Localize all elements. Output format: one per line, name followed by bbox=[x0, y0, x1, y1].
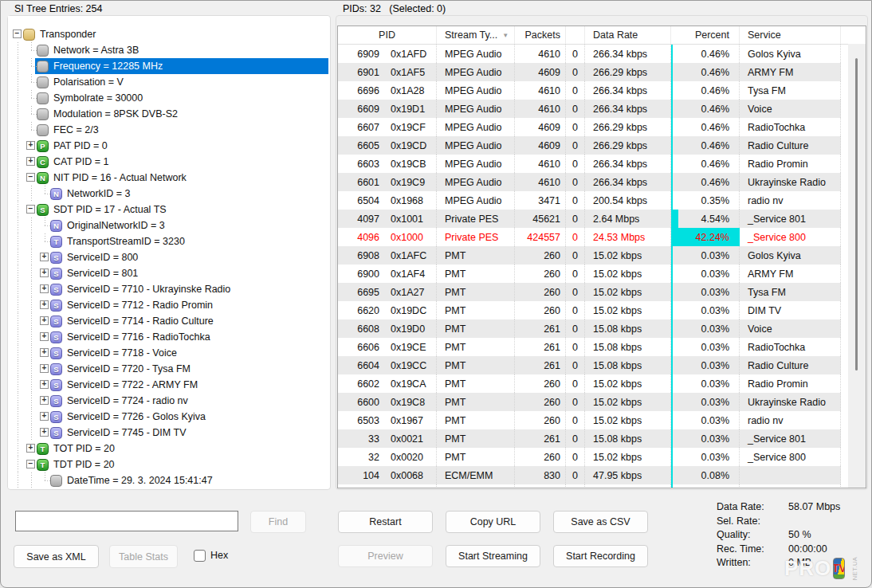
tree-item-body[interactable]: SServiceID = 7714 - Radio Culture bbox=[49, 313, 217, 329]
expand-icon[interactable]: + bbox=[40, 428, 49, 437]
table-row[interactable]: 66020x19CAPMT260015.02 kbps0.03%Radio Pr… bbox=[338, 374, 866, 393]
tree-item-body[interactable]: FEC = 2/3 bbox=[35, 122, 102, 138]
expand-icon[interactable]: + bbox=[40, 253, 49, 261]
collapse-icon[interactable]: − bbox=[26, 173, 35, 182]
tree-item[interactable]: +SServiceID = 7714 - Radio Culture bbox=[8, 313, 328, 329]
tree-item[interactable]: +SServiceID = 801 bbox=[8, 265, 328, 281]
table-row[interactable]: 66200x19DCPMT260015.02 kbps0.03%DIM TV bbox=[338, 301, 866, 319]
expand-icon[interactable]: + bbox=[40, 332, 49, 341]
save-as-xml-button[interactable]: Save as XML bbox=[14, 545, 99, 568]
column-header-percent[interactable]: Percent bbox=[671, 26, 740, 44]
expand-icon[interactable]: + bbox=[40, 300, 49, 309]
preview-button[interactable]: Preview bbox=[338, 545, 433, 567]
tree-item[interactable]: +SServiceID = 7724 - radio nv bbox=[8, 393, 328, 409]
expand-icon[interactable]: + bbox=[26, 444, 35, 453]
tree-item[interactable]: −NNIT PID = 16 - Actual Network bbox=[8, 170, 328, 186]
tree-item[interactable]: Frequency = 12285 MHz bbox=[8, 58, 328, 74]
tree-item-body[interactable]: CCAT PID = 1 bbox=[35, 154, 112, 170]
tree-item-body[interactable]: NOriginalNetworkID = 3 bbox=[49, 218, 168, 233]
expand-icon[interactable]: + bbox=[40, 316, 49, 325]
table-row[interactable]: 69090x1AFDMPEG Audio46100266.34 kbps0.46… bbox=[338, 45, 866, 63]
start-streaming-button[interactable]: Start Streaming bbox=[446, 545, 540, 567]
table-row[interactable]: 65040x1968MPEG Audio34710200.54 kbps0.35… bbox=[338, 191, 866, 210]
column-header-packets[interactable]: Packets bbox=[515, 26, 566, 44]
tree-item-body[interactable]: Frequency = 12285 MHz bbox=[35, 58, 328, 74]
column-header-data-rate[interactable]: Data Rate bbox=[585, 26, 671, 44]
expand-icon[interactable]: + bbox=[40, 284, 49, 293]
expand-icon[interactable]: + bbox=[40, 412, 49, 421]
tree-item[interactable]: +SServiceID = 7722 - ARMY FM bbox=[8, 377, 328, 393]
collapse-icon[interactable]: − bbox=[13, 29, 22, 38]
tree-item[interactable]: Network = Astra 3B bbox=[8, 42, 328, 58]
collapse-icon[interactable]: − bbox=[26, 205, 35, 214]
table-row[interactable]: 320x0020PMT260015.02 kbps0.03%_Service 8… bbox=[338, 448, 866, 466]
table-row[interactable]: 66960x1A28MPEG Audio46100266.34 kbps0.46… bbox=[338, 81, 866, 100]
table-row[interactable]: 66000x19C8PMT260015.02 kbps0.03%Ukrayins… bbox=[338, 393, 866, 411]
tree-item[interactable]: NNetworkID = 3 bbox=[8, 186, 328, 202]
table-stats-button[interactable]: Table Stats bbox=[109, 545, 178, 568]
pid-table-header[interactable]: PID Stream Ty...▼ Packets Data Rate Perc… bbox=[338, 26, 866, 45]
expand-icon[interactable]: + bbox=[40, 269, 49, 277]
collapse-icon[interactable]: − bbox=[26, 460, 35, 468]
expand-icon[interactable]: + bbox=[40, 380, 49, 389]
tree-item[interactable]: Polarisation = V bbox=[8, 74, 328, 90]
tree-item-body[interactable]: SServiceID = 801 bbox=[49, 265, 141, 281]
tree-item-body[interactable]: Network = Astra 3B bbox=[35, 42, 142, 58]
tree-item-body[interactable]: Symbolrate = 30000 bbox=[35, 90, 146, 106]
tree-item-body[interactable]: NNIT PID = 16 - Actual Network bbox=[35, 170, 190, 186]
si-tree[interactable]: −TransponderNetwork = Astra 3BFrequency … bbox=[8, 16, 328, 488]
tree-item-body[interactable]: SServiceID = 7710 - Ukrayinske Radio bbox=[49, 281, 234, 297]
scrollbar-thumb[interactable] bbox=[855, 58, 858, 370]
tree-item[interactable]: +SServiceID = 7710 - Ukrayinske Radio bbox=[8, 281, 328, 297]
tree-item-body[interactable]: SSDT PID = 17 - Actual TS bbox=[35, 202, 170, 218]
tree-item[interactable]: +PPAT PID = 0 bbox=[8, 138, 328, 154]
tree-item[interactable]: Modulation = 8PSK DVB-S2 bbox=[8, 106, 328, 122]
table-row[interactable]: 66060x19CEPMT261015.08 kbps0.03%RadioToc… bbox=[338, 338, 866, 356]
tree-item[interactable]: TTransportStreamID = 3230 bbox=[8, 233, 328, 249]
hex-checkbox[interactable] bbox=[194, 550, 206, 562]
table-row[interactable]: 40970x1001Private PES4562102.64 Mbps4.54… bbox=[338, 210, 866, 228]
tree-item[interactable]: Symbolrate = 30000 bbox=[8, 90, 328, 106]
column-header-zero[interactable] bbox=[566, 26, 585, 44]
table-row[interactable]: 1040x0068ECM/EMM830047.95 kbps0.08% bbox=[338, 466, 866, 484]
pid-table[interactable]: PID Stream Ty...▼ Packets Data Rate Perc… bbox=[337, 25, 866, 488]
tree-item[interactable]: +CCAT PID = 1 bbox=[8, 154, 328, 170]
column-header-service[interactable]: Service bbox=[740, 26, 841, 44]
find-button[interactable]: Find bbox=[250, 511, 306, 533]
tree-item[interactable]: −Transponder bbox=[8, 26, 328, 42]
tree-item[interactable]: +SServiceID = 800 bbox=[8, 249, 328, 265]
tree-item[interactable]: +SServiceID = 7718 - Voice bbox=[8, 345, 328, 361]
column-header-pid[interactable]: PID bbox=[338, 26, 437, 44]
tree-item-body[interactable]: SServiceID = 7712 - Radio Promin bbox=[49, 297, 216, 313]
table-row[interactable]: 69000x1AF4PMT260015.02 kbps0.03%ARMY FM bbox=[338, 265, 866, 283]
start-recording-button[interactable]: Start Recording bbox=[553, 545, 648, 567]
tree-item-body[interactable]: NNetworkID = 3 bbox=[49, 186, 134, 202]
tree-item-body[interactable]: Transponder bbox=[22, 26, 99, 42]
tree-item[interactable]: +SServiceID = 7720 - Tysa FM bbox=[8, 361, 328, 377]
tree-item[interactable]: +TTOT PID = 20 bbox=[8, 441, 328, 457]
tree-item-body[interactable]: DateTime = 29. 3. 2024 15:41:47 bbox=[49, 472, 216, 488]
expand-icon[interactable]: + bbox=[40, 364, 49, 373]
table-row[interactable]: 66010x19C9MPEG Audio46100266.34 kbps0.46… bbox=[338, 173, 866, 191]
tree-item-body[interactable]: SServiceID = 7720 - Tysa FM bbox=[49, 361, 194, 377]
table-row[interactable]: 66070x19CFMPEG Audio46090266.29 kbps0.46… bbox=[338, 118, 866, 136]
table-row[interactable]: 1030x0067ECM/EMM836047.73 kbps0.08% bbox=[338, 484, 866, 488]
tree-item-body[interactable]: SServiceID = 7726 - Golos Kyiva bbox=[49, 409, 209, 425]
tree-item-body[interactable]: Polarisation = V bbox=[35, 74, 127, 90]
tree-item-body[interactable]: SServiceID = 7724 - radio nv bbox=[49, 393, 191, 409]
expand-icon[interactable]: + bbox=[40, 396, 49, 405]
expand-icon[interactable]: + bbox=[26, 141, 35, 150]
tree-item-body[interactable]: Modulation = 8PSK DVB-S2 bbox=[35, 106, 181, 122]
tree-item-body[interactable]: SServiceID = 800 bbox=[49, 249, 141, 265]
table-row[interactable]: 66950x1A27PMT260015.02 kbps0.03%Tysa FM bbox=[338, 283, 866, 301]
tree-item-body[interactable]: SServiceID = 7716 - RadioTochka bbox=[49, 329, 214, 345]
tree-item-body[interactable]: TTDT PID = 20 bbox=[35, 457, 118, 472]
save-as-csv-button[interactable]: Save as CSV bbox=[553, 511, 648, 533]
tree-item-body[interactable]: TTransportStreamID = 3230 bbox=[49, 233, 188, 249]
tree-item[interactable]: +SServiceID = 7726 - Golos Kyiva bbox=[8, 409, 328, 425]
tree-item[interactable]: −SSDT PID = 17 - Actual TS bbox=[8, 202, 328, 218]
vertical-scrollbar[interactable] bbox=[848, 44, 866, 488]
column-header-stream-type[interactable]: Stream Ty...▼ bbox=[437, 26, 515, 44]
table-row[interactable]: 66080x19D0PMT261015.08 kbps0.03%Voice bbox=[338, 319, 866, 338]
find-input[interactable] bbox=[15, 511, 238, 531]
